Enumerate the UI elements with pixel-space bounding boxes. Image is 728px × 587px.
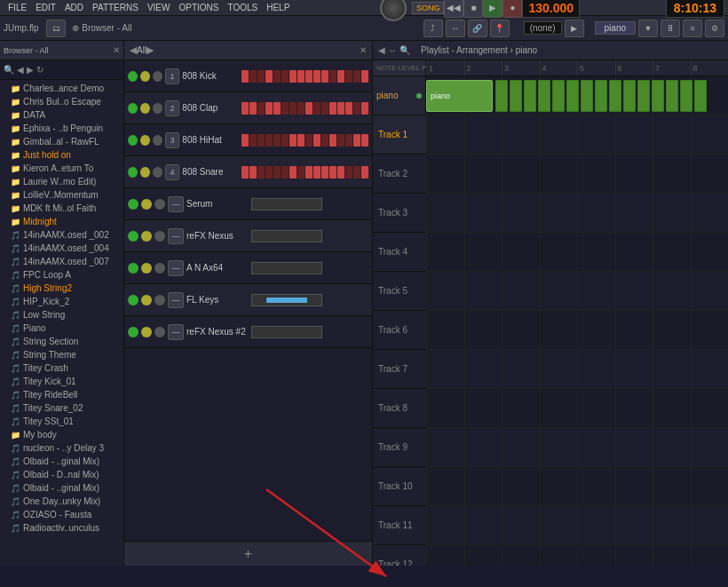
pad-1-5[interactable]	[281, 102, 289, 115]
channel-green-2[interactable]	[128, 135, 138, 146]
channel-green-5[interactable]	[128, 231, 138, 242]
pad-1-3[interactable]	[265, 102, 273, 115]
pad-1-4[interactable]	[273, 102, 281, 115]
pad-3-12[interactable]	[337, 166, 344, 178]
browser-item-3[interactable]: Ephixa - ..b Penguin	[0, 122, 123, 135]
channel-yellow-1[interactable]	[140, 103, 150, 114]
pad-2-9[interactable]	[313, 134, 320, 147]
tile-1[interactable]	[495, 80, 508, 112]
pad-3-9[interactable]	[313, 166, 320, 178]
toolbar-icon-1[interactable]: ⤴	[423, 20, 443, 37]
browser-item-19[interactable]: String Section	[0, 335, 123, 348]
browser-item-18[interactable]: Piano	[0, 321, 123, 335]
pad-3-5[interactable]	[281, 166, 289, 178]
pad-2-8[interactable]	[305, 134, 313, 147]
pad-1-15[interactable]	[361, 102, 368, 115]
instrument-label[interactable]: piano	[595, 21, 636, 35]
piano-clip[interactable]: piano	[426, 80, 493, 112]
toolbar-icon-3[interactable]: 🔗	[468, 20, 487, 37]
browser-item-24[interactable]: Titey Snare_02	[0, 401, 123, 415]
browser-item-27[interactable]: nucleon - ..y Delay 3	[0, 441, 123, 455]
pad-0-1[interactable]	[249, 70, 257, 83]
tile-8[interactable]	[595, 80, 607, 112]
pad-3-14[interactable]	[353, 166, 360, 178]
channel-toggle-8[interactable]	[154, 327, 165, 337]
add-channel-btn[interactable]: +	[244, 546, 252, 562]
pad-2-11[interactable]	[329, 134, 336, 147]
browser-item-14[interactable]: FPC Loop A	[0, 268, 123, 282]
pad-0-8[interactable]	[305, 70, 313, 83]
mixer-btn[interactable]: 🎚	[661, 20, 680, 37]
channel-yellow-4[interactable]	[141, 199, 152, 210]
channel-name-7[interactable]: FL Keys	[186, 295, 249, 305]
browser-item-21[interactable]: Titey Crash	[0, 361, 123, 375]
pad-1-12[interactable]	[337, 102, 344, 115]
pad-2-6[interactable]	[289, 134, 297, 147]
channel-toggle-4[interactable]	[154, 199, 165, 210]
menu-edit[interactable]: EDIT	[31, 3, 60, 12]
channel-green-0[interactable]	[128, 71, 138, 82]
channel-name-6[interactable]: A N Ax64	[186, 263, 249, 273]
browser-toggle[interactable]: 🗂	[46, 20, 66, 37]
channel-toggle-5[interactable]	[154, 231, 165, 242]
menu-options[interactable]: OPTIONS	[174, 3, 223, 12]
pad-3-13[interactable]	[345, 166, 352, 178]
tile-9[interactable]	[609, 80, 621, 112]
pad-2-2[interactable]	[257, 134, 265, 147]
pad-3-7[interactable]	[297, 166, 305, 178]
browser-item-12[interactable]: 14inAAMX.osed _004	[0, 242, 123, 255]
grid-row-10[interactable]	[426, 467, 728, 506]
channel-yellow-7[interactable]	[141, 295, 152, 305]
menu-view[interactable]: VIEW	[143, 3, 175, 12]
tile-14[interactable]	[680, 80, 692, 112]
bpm-display[interactable]: 130.000	[522, 0, 580, 18]
browser-item-32[interactable]: OZIASO - Fausta	[0, 508, 123, 521]
pad-0-5[interactable]	[281, 70, 289, 83]
channel-green-7[interactable]	[128, 295, 138, 305]
tile-6[interactable]	[566, 80, 579, 112]
browser-item-29[interactable]: Olbaid - D..nal Mix)	[0, 468, 123, 481]
pad-0-11[interactable]	[329, 70, 336, 83]
browser-item-2[interactable]: DATA	[0, 108, 123, 122]
grid-row-6[interactable]	[426, 311, 728, 350]
pad-0-7[interactable]	[297, 70, 305, 83]
channel-yellow-6[interactable]	[141, 263, 152, 274]
grid-row-11[interactable]	[426, 506, 728, 545]
browser-item-15[interactable]: High String2	[0, 282, 123, 295]
pad-3-3[interactable]	[265, 166, 273, 178]
browser-item-7[interactable]: Laurie W..mo Edit)	[0, 175, 123, 188]
pad-2-15[interactable]	[361, 134, 368, 147]
browser-item-28[interactable]: Olbaid - ..ginal Mix)	[0, 455, 123, 468]
pad-2-7[interactable]	[297, 134, 305, 147]
menu-patterns[interactable]: PATTERNS	[88, 3, 143, 12]
tile-11[interactable]	[637, 80, 650, 112]
browser-item-0[interactable]: Charles..ance Demo	[0, 82, 123, 95]
channel-toggle-3[interactable]	[153, 167, 162, 178]
channel-name-4[interactable]: Serum	[186, 199, 249, 209]
menu-tools[interactable]: TOOLS	[223, 3, 262, 12]
toolbar-icon-2[interactable]: ↔	[446, 20, 465, 37]
pad-0-9[interactable]	[313, 70, 320, 83]
tile-5[interactable]	[552, 80, 565, 112]
grid-row-8[interactable]	[426, 389, 728, 428]
grid-row-2[interactable]	[426, 155, 728, 194]
channel-toggle-0[interactable]	[153, 71, 162, 82]
channel-mini-5[interactable]	[251, 230, 322, 242]
browser-item-25[interactable]: Titey SSt_01	[0, 415, 123, 428]
tile-13[interactable]	[666, 80, 678, 112]
pad-1-8[interactable]	[305, 102, 313, 115]
menu-file[interactable]: FILE	[4, 3, 31, 12]
channel-green-3[interactable]	[128, 167, 138, 178]
channel-mini-8[interactable]	[251, 326, 322, 338]
channel-name-3[interactable]: 808 Snare	[182, 167, 239, 177]
toolbar-icon-4[interactable]: 📍	[490, 20, 510, 37]
browser-item-10[interactable]: Midnight	[0, 215, 123, 228]
pad-1-14[interactable]	[353, 102, 360, 115]
pad-1-7[interactable]	[297, 102, 305, 115]
eq-btn[interactable]: ≡	[683, 20, 702, 37]
browser-item-13[interactable]: 14inAAMX.osed _007	[0, 255, 123, 268]
pad-2-1[interactable]	[249, 134, 257, 147]
channel-name-1[interactable]: 808 Clap	[182, 103, 239, 113]
browser-item-1[interactable]: Chris Bul..o Escape	[0, 95, 123, 108]
pad-2-10[interactable]	[321, 134, 328, 147]
